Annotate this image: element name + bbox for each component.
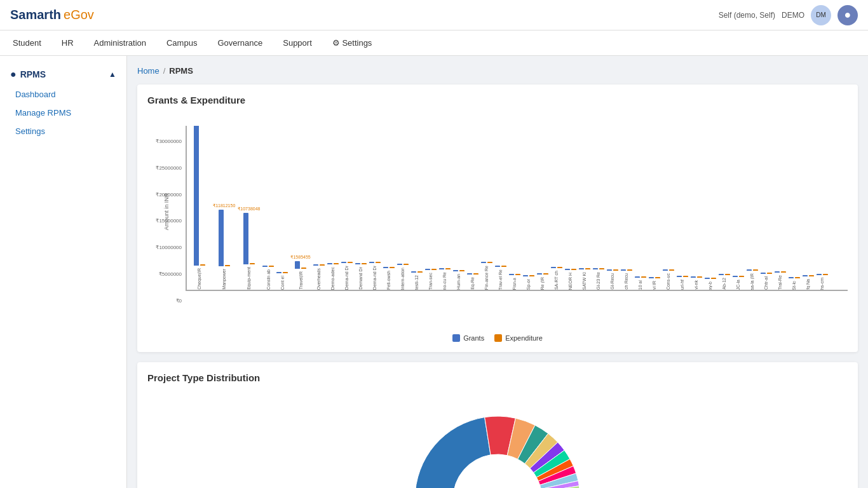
chart-legend: Grants Expenditure xyxy=(147,334,848,342)
expenditure-bar xyxy=(362,263,367,264)
sidebar-item-settings[interactable]: Settings xyxy=(0,122,126,140)
y-axis-tick: ₹30000000 xyxy=(156,139,182,144)
bar-group: ₹0vi-nk xyxy=(691,270,702,290)
bar-label: hs-cm xyxy=(820,278,824,290)
grant-bar xyxy=(295,261,300,269)
bar-group: ₹0Fisn-a xyxy=(509,268,520,290)
user-avatar[interactable]: ● xyxy=(837,5,858,25)
nav-item-governance[interactable]: Governance xyxy=(215,30,265,56)
demo-avatar: DM xyxy=(811,5,831,25)
brand-egov: eGov xyxy=(64,8,94,22)
expenditure-bar xyxy=(200,264,205,266)
bar-group: ₹10738048Equip-ment xyxy=(238,207,260,290)
bar-label: 10 al xyxy=(638,280,642,290)
expenditure-bar xyxy=(269,266,274,267)
expenditure-bar xyxy=(515,274,520,275)
navbar: StudentHRAdministrationCampusGovernanceS… xyxy=(0,30,868,56)
bars-row xyxy=(579,268,590,269)
expenditure-bar xyxy=(613,269,618,271)
bar-group: ₹0Fell-owsh xyxy=(383,261,395,290)
grant-bar xyxy=(481,262,486,263)
sidebar-module-rpms[interactable]: ●RPMS ▲ xyxy=(0,64,126,85)
nav-item-settings[interactable]: ⚙ Settings xyxy=(330,30,375,56)
grant-bar xyxy=(327,263,332,264)
grant-bar xyxy=(341,262,346,263)
bars-row xyxy=(481,262,492,263)
sidebar-item-manage-rpms[interactable]: Manage RPMS xyxy=(0,104,126,122)
y-axis-label: Amount in INR xyxy=(163,193,170,231)
bars-row xyxy=(425,269,437,270)
grant-bar xyxy=(411,271,416,273)
bar-group: ₹0Eq-Re xyxy=(467,267,478,290)
grant-bar xyxy=(747,269,752,271)
expenditure-bar xyxy=(627,269,632,271)
bars-row xyxy=(593,268,604,269)
bars-row xyxy=(677,276,688,277)
bar-group: ₹0Re (IR xyxy=(537,267,548,290)
grant-bar xyxy=(243,213,248,264)
nav-item-support[interactable]: Support xyxy=(280,30,315,56)
expenditure-bar xyxy=(501,266,506,267)
grant-bar xyxy=(453,270,458,271)
breadcrumb-home[interactable]: Home xyxy=(137,66,159,76)
bars-row xyxy=(341,262,353,263)
bar-group: ₹11812150Manpower xyxy=(213,203,235,290)
grant-bar xyxy=(705,278,710,279)
grant-bar xyxy=(565,269,570,270)
topbar-right: Self (demo, Self) DEMO DM ● xyxy=(719,5,858,25)
y-axis-tick: ₹10000000 xyxy=(156,245,182,250)
grant-bar xyxy=(369,262,374,263)
bars-row xyxy=(295,261,306,269)
bar-label: Re (IR xyxy=(540,277,545,290)
grant-bar xyxy=(194,126,199,266)
bar-label: vi IR xyxy=(652,281,656,290)
grant-bar xyxy=(663,269,668,271)
legend-grants: Grants xyxy=(452,334,484,342)
bar-label: Eq-Re xyxy=(470,277,475,290)
bar-label: Gl-23 Re xyxy=(596,272,600,290)
bar-label: xy-b xyxy=(708,281,712,290)
nav-item-hr[interactable]: HR xyxy=(59,30,76,56)
bar-group: ₹0Sp-or xyxy=(523,269,534,290)
grant-bar xyxy=(262,266,268,267)
bar-group: ₹0Intern-ation xyxy=(397,257,409,290)
expenditure-bar xyxy=(431,269,437,270)
bars-row xyxy=(397,264,409,265)
legend-grants-label: Grants xyxy=(463,334,484,342)
bar-value-label: ₹11812150 xyxy=(213,203,235,208)
bar-label: url-hf xyxy=(680,280,684,290)
bar-group: ₹0Cons-uc xyxy=(663,263,674,290)
bar-group: ₹0Overheads xyxy=(313,258,325,290)
topbar: Samarth eGov Self (demo, Self) DEMO DM ● xyxy=(0,0,868,30)
expenditure-bar xyxy=(459,270,465,271)
expenditure-bar xyxy=(557,267,562,268)
expenditure-bar xyxy=(283,272,288,273)
bar-group: ₹31504500Cheque(IR xyxy=(188,126,210,290)
sidebar-module-label: RPMS xyxy=(20,69,46,79)
sidebar-item-dashboard[interactable]: Dashboard xyxy=(0,85,126,104)
bar-group: ₹010 al xyxy=(635,270,646,290)
expenditure-bar xyxy=(585,268,590,269)
sidebar: ●RPMS ▲ DashboardManage RPMSSettings xyxy=(0,56,127,488)
bar-group: ₹0ch Recu xyxy=(621,263,632,290)
bars-row xyxy=(817,274,828,275)
bar-label: fg Na xyxy=(806,279,810,290)
bar-label: Equip-ment xyxy=(247,267,251,290)
bar-label: ch Recu xyxy=(624,273,628,290)
bar-group: ₹0testi-12 xyxy=(411,265,423,290)
bars-row xyxy=(523,275,534,276)
nav-item-administration[interactable]: Administration xyxy=(92,30,149,56)
bar-label: Hum-an xyxy=(456,274,461,290)
bars-row xyxy=(747,269,758,271)
bar-group: ₹0Cont el xyxy=(276,266,288,290)
bars-row xyxy=(313,264,325,266)
nav-item-student[interactable]: Student xyxy=(10,30,44,56)
sidebar-collapse-icon: ▲ xyxy=(109,70,116,79)
nav-item-campus[interactable]: Campus xyxy=(164,30,200,56)
bar-label: SATW KI xyxy=(582,272,587,290)
grant-bar xyxy=(677,276,682,277)
bar-label: no-cu Re xyxy=(442,272,447,290)
grant-bar xyxy=(397,264,402,265)
bars-row xyxy=(276,272,288,273)
bar-group: ₹0xy-b xyxy=(705,271,716,290)
